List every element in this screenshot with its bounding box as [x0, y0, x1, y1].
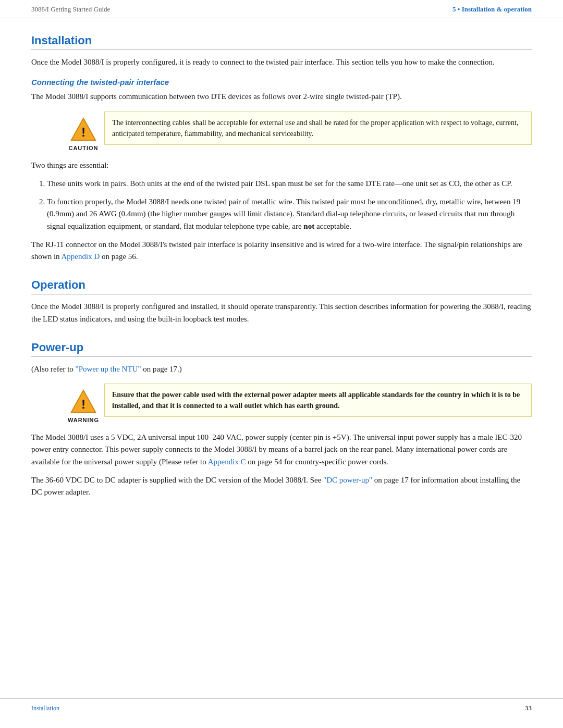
appendix-c-link[interactable]: Appendix C — [208, 458, 246, 466]
list-item-2: To function properly, the Model 3088/I n… — [47, 196, 532, 232]
powerup-para2: The 36-60 VDC DC to DC adapter is suppli… — [31, 474, 532, 499]
para1-suffix: on page 54 for country-specific power co… — [246, 458, 388, 466]
dc-powerup-link[interactable]: "DC power-up" — [323, 476, 372, 484]
warning-label: WARNING — [68, 417, 99, 423]
para2-prefix: The 36-60 VDC DC to DC adapter is suppli… — [31, 476, 323, 484]
also-refer-text: (Also refer to "Power up the NTU" on pag… — [31, 363, 532, 375]
appendix-d-link[interactable]: Appendix D — [62, 252, 100, 261]
installation-title: Installation — [31, 34, 532, 50]
installation-intro: Once the Model 3088/I is properly config… — [31, 56, 532, 68]
warning-triangle-icon: ! — [70, 388, 97, 415]
closing-text: The RJ-11 connector on the Model 3088/I'… — [31, 239, 532, 263]
warning-text: Ensure that the power cable used with th… — [112, 391, 520, 410]
list-item-1: These units work in pairs. Both units at… — [47, 178, 532, 190]
warning-box: ! WARNING Ensure that the power cable us… — [63, 384, 532, 423]
main-content: Installation Once the Model 3088/I is pr… — [0, 18, 563, 525]
also-refer-suffix: on page 17.) — [141, 365, 182, 373]
power-up-ntu-link[interactable]: "Power up the NTU" — [76, 365, 141, 373]
warning-icon-area: ! WARNING — [63, 384, 104, 423]
list-item-1-text: These units work in pairs. Both units at… — [47, 179, 512, 188]
svg-text:!: ! — [81, 397, 85, 411]
caution-icon-area: ! CAUTION — [63, 112, 104, 151]
header-left: 3088/I Getting Started Guide — [31, 5, 110, 14]
operation-text: Once the Model 3088/I is properly config… — [31, 301, 532, 325]
caution-box: ! CAUTION The interconnecting cables sha… — [63, 112, 532, 151]
caution-text-box: The interconnecting cables shall be acce… — [104, 112, 532, 145]
footer-right: 33 — [525, 704, 532, 712]
caution-text: The interconnecting cables shall be acce… — [112, 119, 518, 138]
subsection-title: Connecting the twisted-pair interface — [31, 78, 532, 87]
header-right: 5 • Installation & operation — [452, 5, 532, 14]
powerup-para1: The Model 3088/I uses a 5 VDC, 2A univer… — [31, 431, 532, 468]
subsection-intro: The Model 3088/I supports communication … — [31, 91, 532, 103]
page-header: 3088/I Getting Started Guide 5 • Install… — [0, 0, 563, 18]
svg-text:!: ! — [81, 125, 85, 139]
page-footer: Installation 33 — [0, 698, 563, 718]
page-wrapper: 3088/I Getting Started Guide 5 • Install… — [0, 0, 563, 728]
footer-left: Installation — [31, 705, 59, 712]
caution-label: CAUTION — [68, 145, 98, 151]
two-things-label: Two things are essential: — [31, 159, 532, 171]
closing-suffix: on page 56. — [100, 252, 138, 261]
also-refer-prefix: (Also refer to — [31, 365, 76, 373]
installation-list: These units work in pairs. Both units at… — [47, 178, 532, 232]
warning-text-box: Ensure that the power cable used with th… — [104, 384, 532, 417]
operation-title: Operation — [31, 278, 532, 294]
powerup-title: Power-up — [31, 341, 532, 357]
caution-triangle-icon: ! — [70, 116, 97, 143]
not-word: not — [303, 222, 314, 230]
